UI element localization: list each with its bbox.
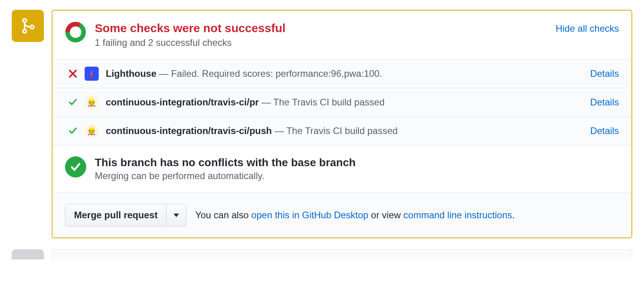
merge-panel: Some checks were not successful 1 failin… (52, 10, 632, 238)
conflict-subtitle: Merging can be performed automatically. (95, 170, 356, 181)
check-text: continuous-integration/travis-ci/push — … (106, 125, 583, 136)
check-text: continuous-integration/travis-ci/pr — Th… (106, 97, 583, 108)
avatar-placeholder (12, 249, 44, 259)
travis-app-icon: 👷 (85, 124, 99, 138)
merge-pull-request-button[interactable]: Merge pull request (65, 204, 166, 227)
travis-app-icon: 👷 (85, 95, 99, 109)
success-check-icon (65, 156, 86, 178)
details-link[interactable]: Details (590, 97, 619, 108)
svg-point-1 (23, 29, 26, 33)
check-message: The Travis CI build passed (273, 97, 385, 107)
checks-header: Some checks were not successful 1 failin… (52, 11, 631, 59)
merge-status-badge (12, 10, 44, 42)
command-line-instructions-link[interactable]: command line instructions (403, 210, 512, 220)
conflict-title: This branch has no conflicts with the ba… (95, 156, 356, 169)
comment-box-peek (52, 249, 632, 259)
check-text: Lighthouse — Failed. Required scores: pe… (106, 68, 583, 79)
next-section-peek (12, 249, 632, 259)
pass-icon (68, 98, 78, 107)
check-message: The Travis CI build passed (286, 125, 398, 136)
svg-point-0 (23, 19, 26, 22)
check-name: continuous-integration/travis-ci/push (106, 125, 272, 136)
details-link[interactable]: Details (590, 125, 619, 136)
check-row: 👷 continuous-integration/travis-ci/push … (52, 116, 631, 145)
merge-options-dropdown[interactable] (166, 204, 186, 227)
open-github-desktop-link[interactable]: open this in GitHub Desktop (251, 210, 369, 220)
check-row: 🗼 Lighthouse — Failed. Required scores: … (52, 59, 631, 88)
checks-donut-icon (65, 22, 86, 43)
git-merge-icon (19, 17, 36, 34)
details-link[interactable]: Details (590, 68, 619, 79)
hide-all-checks-link[interactable]: Hide all checks (556, 23, 619, 34)
check-row: 👷 continuous-integration/travis-ci/pr — … (52, 88, 631, 116)
check-name: continuous-integration/travis-ci/pr (106, 97, 259, 107)
merge-footer: Merge pull request You can also open thi… (52, 192, 631, 237)
checks-subtitle: 1 failing and 2 successful checks (95, 37, 286, 48)
merge-footer-text: You can also open this in GitHub Desktop… (195, 210, 515, 221)
check-name: Lighthouse (106, 68, 156, 79)
conflict-section: This branch has no conflicts with the ba… (52, 145, 631, 192)
pass-icon (68, 127, 78, 135)
check-message: Failed. Required scores: performance:96,… (171, 68, 382, 79)
fail-icon (68, 70, 78, 78)
chevron-down-icon (174, 214, 179, 217)
svg-point-2 (31, 25, 34, 29)
checks-title: Some checks were not successful (95, 22, 286, 35)
lighthouse-app-icon: 🗼 (85, 67, 99, 81)
